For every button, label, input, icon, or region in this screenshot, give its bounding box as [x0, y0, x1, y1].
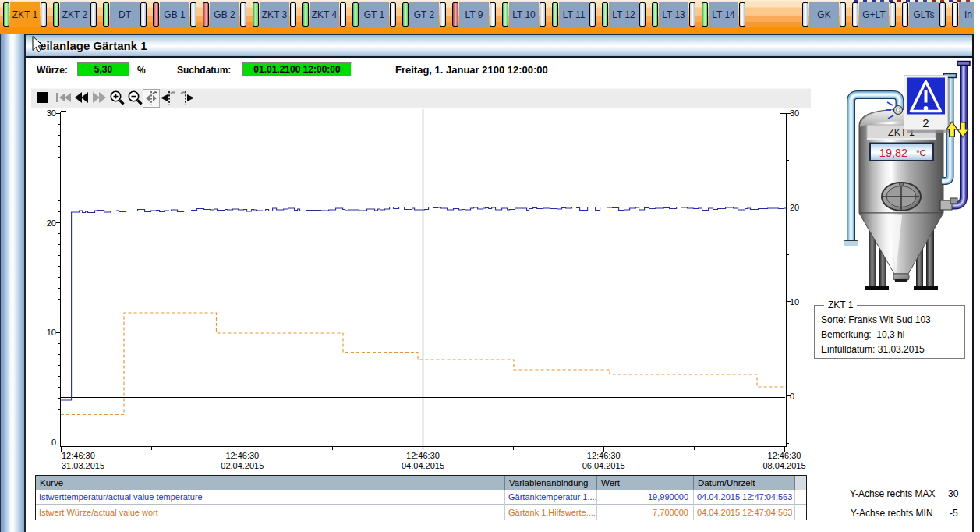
svg-text:30: 30: [47, 108, 56, 118]
svg-text:0: 0: [790, 392, 794, 401]
svg-text:31.03.2015: 31.03.2015: [62, 461, 104, 470]
svg-text:10: 10: [47, 328, 56, 337]
svg-text:2: 2: [922, 116, 929, 129]
svg-text:08.04.2015: 08.04.2015: [762, 461, 805, 470]
svg-text:19,82: 19,82: [879, 147, 907, 159]
svg-text:°C: °C: [916, 148, 926, 158]
svg-text:10: 10: [790, 297, 799, 307]
svg-text:12:46:30: 12:46:30: [768, 451, 801, 460]
svg-text:12:46:30: 12:46:30: [225, 451, 259, 460]
svg-text:30: 30: [790, 108, 799, 118]
svg-text:20: 20: [47, 218, 56, 228]
svg-text:0: 0: [51, 438, 56, 447]
svg-text:02.04.2015: 02.04.2015: [221, 461, 264, 470]
svg-text:12:46:30: 12:46:30: [406, 451, 440, 460]
svg-text:20: 20: [790, 203, 799, 212]
svg-text:12:46:30: 12:46:30: [62, 451, 95, 460]
svg-text:12:46:30: 12:46:30: [587, 451, 621, 460]
svg-text:04.04.2015: 04.04.2015: [402, 461, 444, 470]
svg-text:06.04.2015: 06.04.2015: [582, 461, 625, 470]
